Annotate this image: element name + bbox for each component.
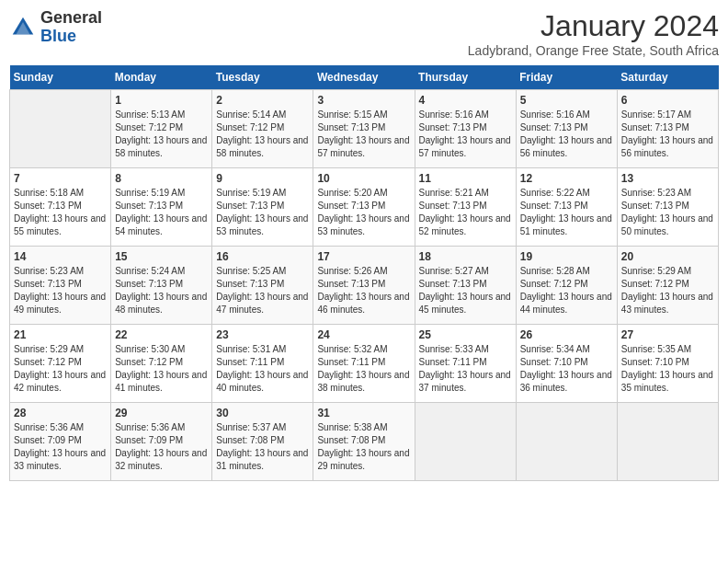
day-info: Sunrise: 5:36 AMSunset: 7:09 PMDaylight:… <box>115 421 208 473</box>
day-number: 19 <box>520 250 613 263</box>
calendar-cell: 28Sunrise: 5:36 AMSunset: 7:09 PMDayligh… <box>10 403 111 481</box>
calendar-header-row: SundayMondayTuesdayWednesdayThursdayFrid… <box>10 65 719 90</box>
day-info: Sunrise: 5:28 AMSunset: 7:12 PMDaylight:… <box>520 265 613 316</box>
day-info: Sunrise: 5:23 AMSunset: 7:13 PMDaylight:… <box>621 187 714 238</box>
day-number: 4 <box>419 94 512 107</box>
day-info: Sunrise: 5:20 AMSunset: 7:13 PMDaylight:… <box>317 187 410 238</box>
calendar-cell: 11Sunrise: 5:21 AMSunset: 7:13 PMDayligh… <box>415 168 516 247</box>
calendar-week-4: 21Sunrise: 5:29 AMSunset: 7:12 PMDayligh… <box>10 325 719 403</box>
day-number: 15 <box>115 250 208 263</box>
day-number: 16 <box>216 250 309 263</box>
day-info: Sunrise: 5:37 AMSunset: 7:08 PMDaylight:… <box>216 421 309 473</box>
day-info: Sunrise: 5:26 AMSunset: 7:13 PMDaylight:… <box>317 265 410 316</box>
location-subtitle: Ladybrand, Orange Free State, South Afri… <box>468 43 719 58</box>
day-number: 22 <box>115 328 208 341</box>
calendar-cell: 26Sunrise: 5:34 AMSunset: 7:10 PMDayligh… <box>516 325 617 403</box>
day-number: 18 <box>419 250 512 263</box>
calendar-cell: 21Sunrise: 5:29 AMSunset: 7:12 PMDayligh… <box>10 325 111 403</box>
calendar-cell: 1Sunrise: 5:13 AMSunset: 7:12 PMDaylight… <box>111 90 212 168</box>
day-number: 31 <box>317 407 410 419</box>
header-day-wednesday: Wednesday <box>313 65 415 90</box>
day-info: Sunrise: 5:21 AMSunset: 7:13 PMDaylight:… <box>419 187 512 238</box>
day-number: 25 <box>419 328 512 341</box>
day-info: Sunrise: 5:16 AMSunset: 7:13 PMDaylight:… <box>419 109 512 160</box>
day-info: Sunrise: 5:19 AMSunset: 7:13 PMDaylight:… <box>216 187 309 238</box>
day-number: 14 <box>14 250 107 263</box>
calendar-cell: 29Sunrise: 5:36 AMSunset: 7:09 PMDayligh… <box>111 403 212 481</box>
day-info: Sunrise: 5:29 AMSunset: 7:12 PMDaylight:… <box>14 343 107 395</box>
calendar-cell: 10Sunrise: 5:20 AMSunset: 7:13 PMDayligh… <box>313 168 415 247</box>
day-info: Sunrise: 5:33 AMSunset: 7:11 PMDaylight:… <box>419 343 512 395</box>
day-number: 17 <box>317 250 410 263</box>
day-info: Sunrise: 5:13 AMSunset: 7:12 PMDaylight:… <box>115 109 208 160</box>
day-info: Sunrise: 5:22 AMSunset: 7:13 PMDaylight:… <box>520 187 613 238</box>
calendar-cell: 23Sunrise: 5:31 AMSunset: 7:11 PMDayligh… <box>212 325 313 403</box>
day-number: 11 <box>419 172 512 185</box>
calendar-cell: 17Sunrise: 5:26 AMSunset: 7:13 PMDayligh… <box>313 247 415 325</box>
day-info: Sunrise: 5:16 AMSunset: 7:13 PMDaylight:… <box>520 109 613 160</box>
calendar-cell: 4Sunrise: 5:16 AMSunset: 7:13 PMDaylight… <box>415 90 516 168</box>
day-number: 23 <box>216 328 309 341</box>
calendar-cell: 7Sunrise: 5:18 AMSunset: 7:13 PMDaylight… <box>10 168 111 247</box>
day-number: 1 <box>115 94 208 107</box>
day-info: Sunrise: 5:30 AMSunset: 7:12 PMDaylight:… <box>115 343 208 395</box>
day-number: 12 <box>520 172 613 185</box>
page-header: General Blue January 2024 Ladybrand, Ora… <box>9 9 719 58</box>
calendar-cell: 30Sunrise: 5:37 AMSunset: 7:08 PMDayligh… <box>212 403 313 481</box>
calendar-cell: 2Sunrise: 5:14 AMSunset: 7:12 PMDaylight… <box>212 90 313 168</box>
calendar-cell: 5Sunrise: 5:16 AMSunset: 7:13 PMDaylight… <box>516 90 617 168</box>
calendar-cell: 19Sunrise: 5:28 AMSunset: 7:12 PMDayligh… <box>516 247 617 325</box>
day-number: 3 <box>317 94 410 107</box>
calendar-cell: 22Sunrise: 5:30 AMSunset: 7:12 PMDayligh… <box>111 325 212 403</box>
calendar-cell: 25Sunrise: 5:33 AMSunset: 7:11 PMDayligh… <box>415 325 516 403</box>
day-number: 8 <box>115 172 208 185</box>
calendar-cell <box>10 90 111 168</box>
day-info: Sunrise: 5:23 AMSunset: 7:13 PMDaylight:… <box>14 265 107 316</box>
day-number: 27 <box>621 328 714 341</box>
calendar-cell: 27Sunrise: 5:35 AMSunset: 7:10 PMDayligh… <box>617 325 718 403</box>
calendar-week-3: 14Sunrise: 5:23 AMSunset: 7:13 PMDayligh… <box>10 247 719 325</box>
calendar-cell: 8Sunrise: 5:19 AMSunset: 7:13 PMDaylight… <box>111 168 212 247</box>
header-day-monday: Monday <box>111 65 212 90</box>
day-info: Sunrise: 5:38 AMSunset: 7:08 PMDaylight:… <box>317 421 410 473</box>
day-info: Sunrise: 5:14 AMSunset: 7:12 PMDaylight:… <box>216 109 309 160</box>
day-info: Sunrise: 5:34 AMSunset: 7:10 PMDaylight:… <box>520 343 613 395</box>
day-number: 30 <box>216 407 309 419</box>
logo: General Blue <box>9 9 102 46</box>
day-number: 9 <box>216 172 309 185</box>
calendar-cell: 3Sunrise: 5:15 AMSunset: 7:13 PMDaylight… <box>313 90 415 168</box>
day-number: 20 <box>621 250 714 263</box>
day-info: Sunrise: 5:15 AMSunset: 7:13 PMDaylight:… <box>317 109 410 160</box>
day-number: 2 <box>216 94 309 107</box>
header-day-thursday: Thursday <box>415 65 516 90</box>
calendar-cell: 18Sunrise: 5:27 AMSunset: 7:13 PMDayligh… <box>415 247 516 325</box>
day-number: 28 <box>14 407 107 419</box>
header-day-tuesday: Tuesday <box>212 65 313 90</box>
calendar-week-1: 1Sunrise: 5:13 AMSunset: 7:12 PMDaylight… <box>10 90 719 168</box>
calendar-cell <box>415 403 516 481</box>
calendar-cell: 31Sunrise: 5:38 AMSunset: 7:08 PMDayligh… <box>313 403 415 481</box>
month-title: January 2024 <box>468 9 719 43</box>
day-info: Sunrise: 5:19 AMSunset: 7:13 PMDaylight:… <box>115 187 208 238</box>
day-number: 6 <box>621 94 714 107</box>
day-info: Sunrise: 5:36 AMSunset: 7:09 PMDaylight:… <box>14 421 107 473</box>
day-number: 10 <box>317 172 410 185</box>
day-info: Sunrise: 5:35 AMSunset: 7:10 PMDaylight:… <box>621 343 714 395</box>
day-info: Sunrise: 5:32 AMSunset: 7:11 PMDaylight:… <box>317 343 410 395</box>
day-info: Sunrise: 5:25 AMSunset: 7:13 PMDaylight:… <box>216 265 309 316</box>
calendar-cell: 15Sunrise: 5:24 AMSunset: 7:13 PMDayligh… <box>111 247 212 325</box>
calendar-week-2: 7Sunrise: 5:18 AMSunset: 7:13 PMDaylight… <box>10 168 719 247</box>
calendar-week-5: 28Sunrise: 5:36 AMSunset: 7:09 PMDayligh… <box>10 403 719 481</box>
title-area: January 2024 Ladybrand, Orange Free Stat… <box>468 9 719 58</box>
day-info: Sunrise: 5:29 AMSunset: 7:12 PMDaylight:… <box>621 265 714 316</box>
day-number: 5 <box>520 94 613 107</box>
calendar-cell: 9Sunrise: 5:19 AMSunset: 7:13 PMDaylight… <box>212 168 313 247</box>
calendar-cell: 14Sunrise: 5:23 AMSunset: 7:13 PMDayligh… <box>10 247 111 325</box>
header-day-friday: Friday <box>516 65 617 90</box>
calendar-table: SundayMondayTuesdayWednesdayThursdayFrid… <box>9 65 719 481</box>
calendar-cell <box>516 403 617 481</box>
calendar-cell <box>617 403 718 481</box>
day-number: 13 <box>621 172 714 185</box>
logo-icon <box>9 14 37 41</box>
day-number: 7 <box>14 172 107 185</box>
